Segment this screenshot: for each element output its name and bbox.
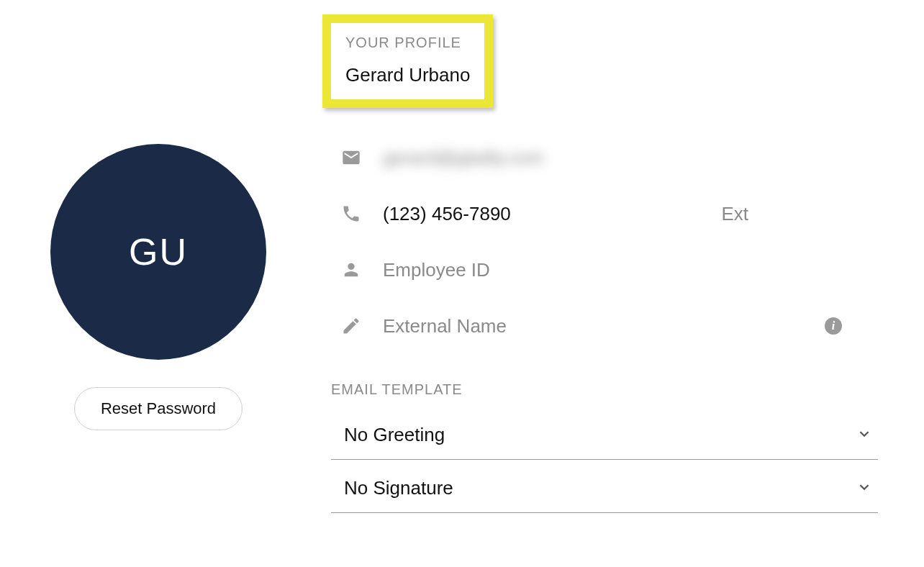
signature-dropdown[interactable]: No Signature [331,464,878,513]
chevron-down-icon [856,479,872,498]
reset-password-label: Reset Password [101,399,216,417]
chevron-down-icon [856,426,872,445]
avatar: GU [50,144,266,360]
employee-id-row[interactable]: Employee ID [331,242,878,298]
phone-value: (123) 456-7890 [383,203,701,225]
greeting-dropdown[interactable]: No Greeting [331,411,878,460]
avatar-initials: GU [129,230,188,273]
profile-section-label: YOUR PROFILE [345,35,470,51]
greeting-selected: No Greeting [344,424,445,446]
email-template-section: EMAIL TEMPLATE No Greeting No Signature [331,381,878,513]
profile-header-highlight: YOUR PROFILE Gerard Urbano [322,14,493,108]
external-name-placeholder: External Name [383,315,805,337]
person-icon [340,258,363,281]
profile-left-column: GU Reset Password [43,14,273,513]
signature-selected: No Signature [344,477,453,499]
employee-id-placeholder: Employee ID [383,259,878,281]
profile-name: Gerard Urbano [345,64,470,86]
external-name-row[interactable]: External Name i [331,298,878,354]
email-icon [340,146,363,169]
phone-icon [340,202,363,225]
phone-ext-label: Ext [721,203,748,225]
reset-password-button[interactable]: Reset Password [74,387,243,430]
email-template-label: EMAIL TEMPLATE [331,381,878,398]
profile-right-column: YOUR PROFILE Gerard Urbano gerard@gladly… [331,14,878,513]
info-icon[interactable]: i [825,317,842,335]
phone-row[interactable]: (123) 456-7890 Ext [331,186,878,242]
email-value: gerard@gladly.com [383,147,544,169]
email-row[interactable]: gerard@gladly.com [331,130,878,186]
edit-icon [340,314,363,337]
